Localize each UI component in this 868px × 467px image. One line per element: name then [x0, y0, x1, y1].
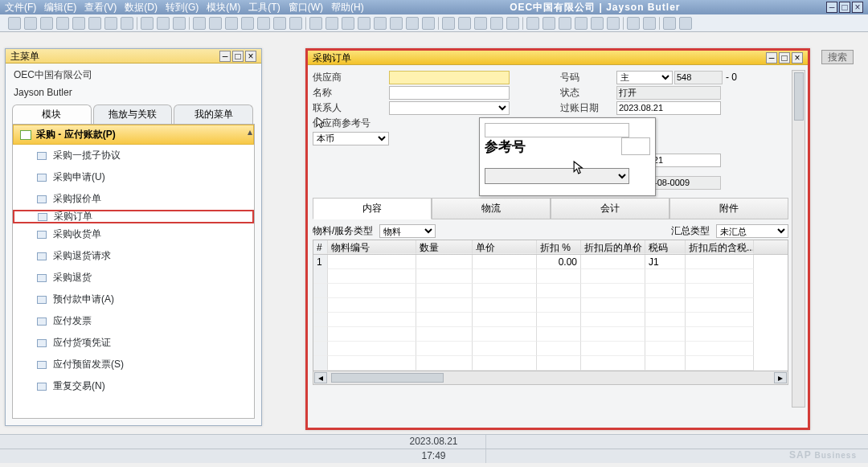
table-row[interactable] [313, 284, 788, 298]
form-close-icon[interactable]: × [792, 52, 803, 63]
sidebar-item-return[interactable]: 采购退货 [13, 267, 254, 289]
sidebar-item-request[interactable]: 采购申请(U) [13, 166, 254, 188]
tool-icon[interactable] [474, 17, 487, 30]
tool-icon[interactable] [225, 17, 238, 30]
tool-icon[interactable] [241, 17, 254, 30]
tab-accounting[interactable]: 会计 [551, 198, 669, 219]
tool-icon[interactable] [257, 17, 270, 30]
sidebar-item-repeat[interactable]: 重复交易(N) [13, 375, 254, 397]
table-row[interactable] [313, 342, 788, 356]
menu-window[interactable]: 窗口(W) [289, 1, 323, 14]
col-price-after[interactable]: 折扣后的单价 [581, 240, 645, 254]
form-maximize-icon[interactable]: □ [779, 52, 790, 63]
panel-maximize-icon[interactable]: □ [232, 51, 244, 62]
close-icon[interactable]: × [852, 2, 863, 13]
tool-icon[interactable] [72, 17, 85, 30]
tool-icon[interactable] [506, 17, 519, 30]
sidebar-item-reserve[interactable]: 应付预留发票(S) [13, 354, 254, 375]
tool-icon[interactable] [289, 17, 302, 30]
tool-icon[interactable] [458, 17, 471, 30]
module-tree[interactable]: 采购 - 应付账款(P) ▴ 采购一揽子协议 采购申请(U) 采购报价单 采购订… [12, 124, 255, 419]
tab-drag-link[interactable]: 拖放与关联 [93, 104, 173, 124]
col-discount[interactable]: 折扣 % [537, 240, 581, 254]
tool-icon[interactable] [358, 17, 371, 30]
module-header-purchasing[interactable]: 采购 - 应付账款(P) [13, 125, 254, 145]
tab-attachments[interactable]: 附件 [669, 198, 788, 219]
menu-data[interactable]: 数据(D) [125, 1, 158, 14]
minimize-icon[interactable]: – [826, 2, 837, 13]
table-row[interactable]: 1 0.00 J1 [313, 255, 788, 269]
cell[interactable] [328, 255, 416, 269]
tool-icon[interactable] [607, 17, 620, 30]
tool-icon[interactable] [8, 17, 21, 30]
posting-date-input[interactable] [616, 101, 721, 115]
tool-icon[interactable] [490, 17, 503, 30]
cell-tax[interactable]: J1 [645, 255, 686, 269]
tool-icon[interactable] [442, 17, 455, 30]
menu-tools[interactable]: 工具(T) [248, 1, 280, 14]
popup-input-2[interactable] [621, 137, 650, 155]
vertical-scrollbar[interactable] [792, 70, 805, 408]
cell[interactable] [473, 255, 537, 269]
tab-modules[interactable]: 模块 [12, 104, 92, 124]
scroll-up-icon[interactable]: ▴ [248, 126, 252, 137]
tool-icon[interactable] [326, 17, 338, 30]
form-minimize-icon[interactable]: – [766, 52, 777, 63]
code-type-select[interactable]: 主 [616, 71, 673, 84]
menu-view[interactable]: 查看(V) [84, 1, 117, 14]
sidebar-item-blanket[interactable]: 采购一揽子协议 [13, 145, 254, 166]
tool-icon[interactable] [141, 17, 154, 30]
table-row[interactable] [313, 356, 788, 371]
tool-icon[interactable] [40, 17, 53, 30]
tool-icon[interactable] [121, 17, 133, 30]
items-grid[interactable]: # 物料编号 数量 单价 折扣 % 折扣后的单价 税码 折扣后的含税... 1 … [313, 240, 788, 371]
tool-icon[interactable] [342, 17, 354, 30]
tool-icon[interactable] [679, 17, 692, 30]
col-item-no[interactable]: 物料编号 [328, 240, 416, 254]
sidebar-item-quote[interactable]: 采购报价单 [13, 188, 254, 210]
sidebar-item-prepay[interactable]: 预付款申请(A) [13, 289, 254, 310]
tool-icon[interactable] [422, 17, 435, 30]
name-input[interactable] [389, 86, 510, 100]
popup-select[interactable] [485, 168, 629, 184]
tool-icon[interactable] [56, 17, 69, 30]
menu-goto[interactable]: 转到(G) [166, 1, 199, 14]
item-type-select[interactable]: 物料 [379, 224, 436, 238]
cell-discount[interactable]: 0.00 [537, 255, 581, 269]
scroll-left-icon[interactable]: ◂ [314, 372, 327, 383]
tool-icon[interactable] [88, 17, 101, 30]
panel-minimize-icon[interactable]: – [219, 51, 231, 62]
maximize-icon[interactable]: □ [839, 2, 850, 13]
menu-help[interactable]: 帮助(H) [331, 1, 364, 14]
tool-icon[interactable] [157, 17, 170, 30]
menu-edit[interactable]: 编辑(E) [44, 1, 76, 14]
sidebar-item-po[interactable]: 采购订单 [13, 210, 254, 223]
sidebar-item-credit[interactable]: 应付货项凭证 [13, 332, 254, 354]
col-idx[interactable]: # [313, 240, 328, 254]
code-input[interactable] [674, 71, 723, 84]
tool-icon[interactable] [526, 17, 539, 30]
sum-type-select[interactable]: 未汇总 [716, 224, 788, 238]
tab-my-menu[interactable]: 我的菜单 [174, 104, 253, 124]
search-button[interactable]: 搜索 [821, 50, 854, 64]
cell[interactable] [686, 255, 754, 269]
tool-icon[interactable] [627, 17, 640, 30]
table-row[interactable] [313, 269, 788, 284]
menu-module[interactable]: 模块(M) [207, 1, 240, 14]
tool-icon[interactable] [193, 17, 206, 30]
tab-logistics[interactable]: 物流 [432, 198, 551, 219]
tool-icon[interactable] [374, 17, 387, 30]
tool-icon[interactable] [643, 17, 656, 30]
popup-input-1[interactable] [485, 123, 629, 137]
scroll-right-icon[interactable]: ▸ [774, 372, 787, 383]
table-row[interactable] [313, 313, 788, 327]
table-row[interactable] [313, 298, 788, 313]
tool-icon[interactable] [24, 17, 37, 30]
tool-icon[interactable] [173, 17, 186, 30]
tool-icon[interactable] [591, 17, 604, 30]
tool-icon[interactable] [309, 17, 322, 30]
tool-icon[interactable] [575, 17, 588, 30]
cell[interactable] [416, 255, 473, 269]
col-tax[interactable]: 税码 [645, 240, 686, 254]
sidebar-item-invoice[interactable]: 应付发票 [13, 310, 254, 332]
